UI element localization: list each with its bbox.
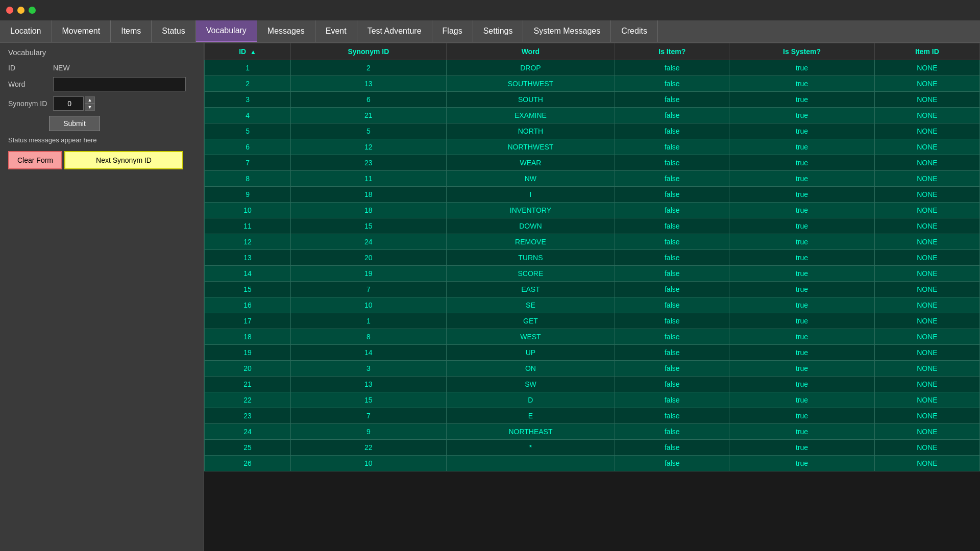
cell-is-system: true <box>729 123 875 139</box>
cell-id: 17 <box>205 313 291 329</box>
cell-synonym-id: 18 <box>291 187 447 203</box>
tab-status[interactable]: Status <box>152 20 195 42</box>
table-row[interactable]: 17 1 GET false true NONE <box>205 313 980 329</box>
cell-is-system: true <box>729 345 875 361</box>
cell-is-system: true <box>729 203 875 218</box>
table-row[interactable]: 4 21 EXAMINE false true NONE <box>205 108 980 123</box>
col-synonym-id[interactable]: Synonym ID <box>291 43 447 60</box>
table-row[interactable]: 2 13 SOUTHWEST false true NONE <box>205 76 980 92</box>
cell-is-item: false <box>615 250 729 266</box>
cell-synonym-id: 8 <box>291 329 447 345</box>
table-row[interactable]: 6 12 NORTHWEST false true NONE <box>205 139 980 155</box>
col-item-id[interactable]: Item ID <box>874 43 979 60</box>
table-row[interactable]: 22 15 D false true NONE <box>205 392 980 408</box>
table-row[interactable]: 18 8 WEST false true NONE <box>205 329 980 345</box>
table-row[interactable]: 11 15 DOWN false true NONE <box>205 218 980 234</box>
tab-vocabulary[interactable]: Vocabulary <box>196 20 257 42</box>
cell-synonym-id: 15 <box>291 392 447 408</box>
submit-button[interactable]: Submit <box>49 116 100 131</box>
cell-is-system: true <box>729 392 875 408</box>
cell-id: 11 <box>205 218 291 234</box>
tab-messages[interactable]: Messages <box>257 20 315 42</box>
cell-synonym-id: 10 <box>291 297 447 313</box>
id-label: ID <box>8 64 49 72</box>
cell-word: NORTHEAST <box>446 424 615 440</box>
tab-test-adventure[interactable]: Test Adventure <box>357 20 432 42</box>
minimize-button[interactable] <box>17 7 24 14</box>
tab-system-messages[interactable]: System Messages <box>523 20 611 42</box>
spinner-buttons: ▲ ▼ <box>85 96 95 111</box>
spinner-up[interactable]: ▲ <box>85 96 95 104</box>
cell-id: 19 <box>205 345 291 361</box>
tab-settings[interactable]: Settings <box>473 20 524 42</box>
table-row[interactable]: 25 22 * false true NONE <box>205 440 980 456</box>
table-row[interactable]: 8 11 NW false true NONE <box>205 171 980 187</box>
cell-is-system: true <box>729 60 875 76</box>
table-row[interactable]: 5 5 NORTH false true NONE <box>205 123 980 139</box>
cell-word: SOUTHWEST <box>446 76 615 92</box>
sort-arrow-id: ▲ <box>250 48 256 56</box>
table-row[interactable]: 12 24 REMOVE false true NONE <box>205 234 980 250</box>
left-panel: Vocabulary ID NEW Word Synonym ID ▲ ▼ Su… <box>0 43 204 551</box>
tab-location[interactable]: Location <box>0 20 52 42</box>
table-row[interactable]: 26 10 false true NONE <box>205 456 980 471</box>
close-button[interactable] <box>6 7 13 14</box>
table-row[interactable]: 19 14 UP false true NONE <box>205 345 980 361</box>
table-row[interactable]: 13 20 TURNS false true NONE <box>205 250 980 266</box>
table-row[interactable]: 9 18 I false true NONE <box>205 187 980 203</box>
cell-synonym-id: 22 <box>291 440 447 456</box>
cell-synonym-id: 9 <box>291 424 447 440</box>
spinner-down[interactable]: ▼ <box>85 104 95 111</box>
table-row[interactable]: 16 10 SE false true NONE <box>205 297 980 313</box>
cell-is-item: false <box>615 266 729 282</box>
table-row[interactable]: 10 18 INVENTORY false true NONE <box>205 203 980 218</box>
cell-id: 20 <box>205 361 291 377</box>
table-row[interactable]: 3 6 SOUTH false true NONE <box>205 92 980 108</box>
main-content: Vocabulary ID NEW Word Synonym ID ▲ ▼ Su… <box>0 43 980 551</box>
cell-id: 21 <box>205 377 291 392</box>
cell-item-id: NONE <box>874 187 979 203</box>
cell-synonym-id: 13 <box>291 76 447 92</box>
cell-is-system: true <box>729 456 875 471</box>
col-id[interactable]: ID ▲ <box>205 43 291 60</box>
table-header-row: ID ▲ Synonym ID Word Is Item? Is System?… <box>205 43 980 60</box>
word-input[interactable] <box>53 77 186 91</box>
table-row[interactable]: 7 23 WEAR false true NONE <box>205 155 980 171</box>
tab-credits[interactable]: Credits <box>611 20 658 42</box>
table-row[interactable]: 23 7 E false true NONE <box>205 408 980 424</box>
cell-word: D <box>446 392 615 408</box>
cell-is-system: true <box>729 313 875 329</box>
cell-synonym-id: 24 <box>291 234 447 250</box>
table-row[interactable]: 21 13 SW false true NONE <box>205 377 980 392</box>
cell-item-id: NONE <box>874 76 979 92</box>
cell-word <box>446 456 615 471</box>
synonym-id-input[interactable] <box>53 96 84 111</box>
tab-items[interactable]: Items <box>111 20 152 42</box>
table-row[interactable]: 15 7 EAST false true NONE <box>205 282 980 297</box>
tab-flags[interactable]: Flags <box>432 20 473 42</box>
table-row[interactable]: 1 2 DROP false true NONE <box>205 60 980 76</box>
col-is-system[interactable]: Is System? <box>729 43 875 60</box>
cell-id: 7 <box>205 155 291 171</box>
synonym-id-wrap: ▲ ▼ <box>53 96 95 111</box>
col-word[interactable]: Word <box>446 43 615 60</box>
cell-item-id: NONE <box>874 92 979 108</box>
cell-item-id: NONE <box>874 456 979 471</box>
maximize-button[interactable] <box>29 7 36 14</box>
tab-movement[interactable]: Movement <box>52 20 111 42</box>
cell-item-id: NONE <box>874 266 979 282</box>
cell-synonym-id: 18 <box>291 203 447 218</box>
next-synonym-id-button[interactable]: Next Synonym ID <box>64 151 183 169</box>
cell-id: 15 <box>205 282 291 297</box>
cell-is-system: true <box>729 234 875 250</box>
table-row[interactable]: 20 3 ON false true NONE <box>205 361 980 377</box>
cell-id: 8 <box>205 171 291 187</box>
cell-is-system: true <box>729 155 875 171</box>
bottom-buttons: Clear Form Next Synonym ID <box>8 151 195 169</box>
table-row[interactable]: 14 19 SCORE false true NONE <box>205 266 980 282</box>
col-is-item[interactable]: Is Item? <box>615 43 729 60</box>
cell-id: 26 <box>205 456 291 471</box>
clear-form-button[interactable]: Clear Form <box>8 151 62 169</box>
tab-event[interactable]: Event <box>315 20 357 42</box>
table-row[interactable]: 24 9 NORTHEAST false true NONE <box>205 424 980 440</box>
